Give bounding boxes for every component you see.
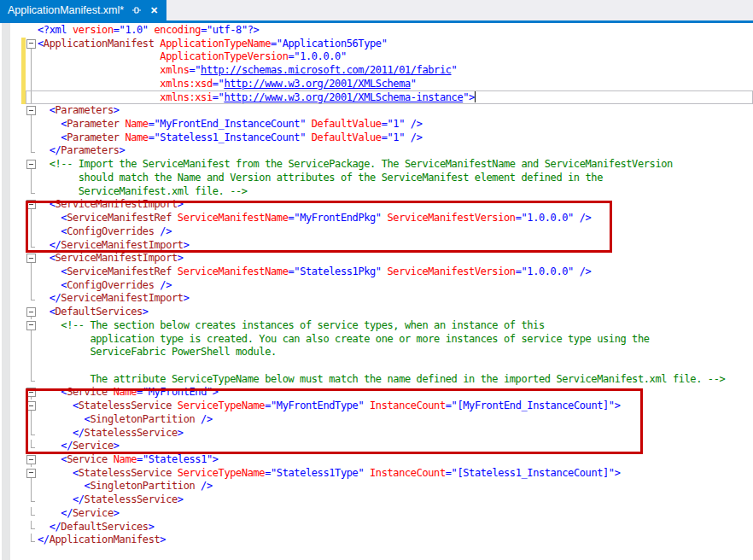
tab-applicationmanifest[interactable]: ApplicationManifest.xml* ✕ — [0, 0, 166, 20]
code-text: </ApplicationManifest> — [38, 534, 166, 547]
code-editor[interactable]: <?xml version="1.0" encoding="utf-8"?><A… — [0, 23, 753, 560]
fold-line — [31, 359, 32, 373]
tab-bar: ApplicationManifest.xml* ✕ — [0, 0, 753, 20]
code-line[interactable]: <StatelessService ServiceTypeName="MyFro… — [0, 400, 753, 413]
code-line[interactable]: <ServiceManifestRef ServiceManifestName=… — [0, 212, 753, 225]
code-line[interactable]: <ConfigOverrides /> — [0, 279, 753, 293]
fold-line — [31, 172, 32, 185]
code-line[interactable]: </Service> — [0, 440, 753, 453]
fold-end-tick — [31, 373, 32, 381]
code-text: </ServiceManifestImport> — [38, 239, 189, 253]
code-line[interactable]: <DefaultServices> — [0, 306, 753, 319]
code-line[interactable]: <Parameter Name="Stateless1_InstanceCoun… — [0, 131, 753, 145]
fold-line — [31, 118, 32, 131]
code-line[interactable]: <ApplicationManifest ApplicationTypeName… — [0, 38, 753, 51]
code-line[interactable]: <ServiceManifestImport> — [0, 252, 753, 265]
code-line[interactable]: </StatelessService> — [0, 493, 753, 507]
fold-line — [31, 131, 32, 145]
fold-collapse-icon[interactable] — [26, 307, 36, 317]
code-line[interactable]: xmlns="http://schemas.microsoft.com/2011… — [0, 64, 753, 78]
line-gutter — [0, 467, 38, 481]
line-gutter — [0, 24, 38, 38]
pin-icon[interactable] — [131, 5, 142, 16]
code-line[interactable]: application type is created. You can als… — [0, 333, 753, 347]
code-line[interactable]: ServiceFabric PowerShell module. — [0, 346, 753, 359]
code-text: <!-- The section below creates instances… — [38, 319, 545, 333]
fold-line — [31, 225, 32, 239]
fold-collapse-icon[interactable] — [26, 469, 36, 478]
fold-collapse-icon[interactable] — [26, 160, 36, 169]
line-gutter — [0, 279, 38, 293]
code-text: <SingletonPartition /> — [38, 413, 213, 427]
code-line[interactable]: <Service Name="Stateless1"> — [0, 453, 753, 467]
code-text: xmlns="http://schemas.microsoft.com/2011… — [38, 64, 457, 78]
code-line[interactable]: ServiceManifest.xml file. --> — [0, 185, 753, 199]
code-line[interactable]: </DefaultServices> — [0, 521, 753, 534]
fold-collapse-icon[interactable] — [26, 106, 36, 115]
code-text: should match the Name and Version attrib… — [38, 172, 603, 185]
code-line[interactable]: <!-- The section below creates instances… — [0, 319, 753, 333]
code-line[interactable]: <SingletonPartition /> — [0, 413, 753, 427]
code-line[interactable]: <ServiceManifestImport> — [0, 198, 753, 212]
code-text: <ConfigOverrides /> — [38, 225, 172, 239]
code-text: xmlns:xsi="http://www.w3.org/2001/XMLSch… — [38, 91, 476, 105]
code-text: ServiceManifest.xml file. --> — [38, 185, 248, 199]
line-gutter — [0, 493, 38, 507]
fold-collapse-icon[interactable] — [26, 39, 36, 49]
code-line[interactable]: </ServiceManifestImport> — [0, 239, 753, 253]
code-text: </Parameters> — [38, 144, 125, 158]
code-text: </StatelessService> — [38, 427, 184, 440]
fold-line — [31, 212, 32, 225]
code-line[interactable] — [0, 359, 753, 373]
line-gutter — [0, 144, 38, 158]
fold-end-tick — [31, 521, 32, 528]
fold-collapse-icon[interactable] — [26, 254, 36, 263]
close-icon[interactable]: ✕ — [149, 5, 160, 16]
line-gutter — [0, 400, 38, 413]
code-text: <StatelessService ServiceTypeName="State… — [38, 467, 621, 481]
code-line[interactable]: </ApplicationManifest> — [0, 534, 753, 547]
code-line[interactable]: <SingletonPartition /> — [0, 480, 753, 493]
line-gutter — [0, 185, 38, 199]
fold-line — [31, 333, 32, 347]
code-line[interactable]: </ServiceManifestImport> — [0, 292, 753, 306]
code-line[interactable]: The attribute ServiceTypeName below must… — [0, 373, 753, 387]
line-gutter — [0, 212, 38, 225]
code-line[interactable]: </Service> — [0, 507, 753, 521]
fold-collapse-icon[interactable] — [26, 321, 36, 330]
fold-collapse-icon[interactable] — [26, 401, 36, 411]
line-gutter — [0, 440, 38, 453]
code-text: <Parameters> — [38, 104, 120, 118]
code-text: </ServiceManifestImport> — [38, 292, 189, 306]
code-text: xmlns:xsd="http://www.w3.org/2001/XMLSch… — [38, 78, 417, 91]
code-text: <Parameter Name="Stateless1_InstanceCoun… — [38, 131, 423, 145]
code-line[interactable]: </StatelessService> — [0, 427, 753, 440]
line-gutter — [0, 64, 38, 78]
fold-collapse-icon[interactable] — [26, 455, 36, 464]
code-line[interactable]: <Service Name="MyFrontEnd"> — [0, 386, 753, 400]
line-gutter — [0, 198, 38, 212]
code-text: <ServiceManifestRef ServiceManifestName=… — [38, 265, 591, 279]
code-line[interactable]: <ConfigOverrides /> — [0, 225, 753, 239]
code-text: <Service Name="MyFrontEnd"> — [38, 386, 219, 400]
code-line[interactable]: should match the Name and Version attrib… — [0, 172, 753, 185]
fold-collapse-icon[interactable] — [26, 388, 36, 397]
code-line[interactable]: </Parameters> — [0, 144, 753, 158]
fold-collapse-icon[interactable] — [26, 200, 36, 209]
code-line[interactable]: <StatelessService ServiceTypeName="State… — [0, 467, 753, 481]
fold-end-tick — [31, 239, 32, 247]
code-line[interactable]: xmlns:xsd="http://www.w3.org/2001/XMLSch… — [0, 78, 753, 91]
code-line[interactable]: <?xml version="1.0" encoding="utf-8"?> — [0, 24, 753, 38]
change-tracking-bar — [21, 38, 26, 51]
code-line[interactable]: <ServiceManifestRef ServiceManifestName=… — [0, 265, 753, 279]
code-line[interactable]: xmlns:xsi="http://www.w3.org/2001/XMLSch… — [0, 91, 753, 105]
code-line[interactable]: <!-- Import the ServiceManifest from the… — [0, 158, 753, 172]
fold-end-tick — [31, 185, 32, 193]
fold-line — [31, 265, 32, 279]
code-line[interactable]: ApplicationTypeVersion="1.0.0.0" — [0, 50, 753, 64]
code-line[interactable]: <Parameter Name="MyFrontEnd_InstanceCoun… — [0, 118, 753, 131]
line-gutter — [0, 225, 38, 239]
code-text: <DefaultServices> — [38, 306, 149, 319]
code-line[interactable]: <Parameters> — [0, 104, 753, 118]
line-gutter — [0, 172, 38, 185]
